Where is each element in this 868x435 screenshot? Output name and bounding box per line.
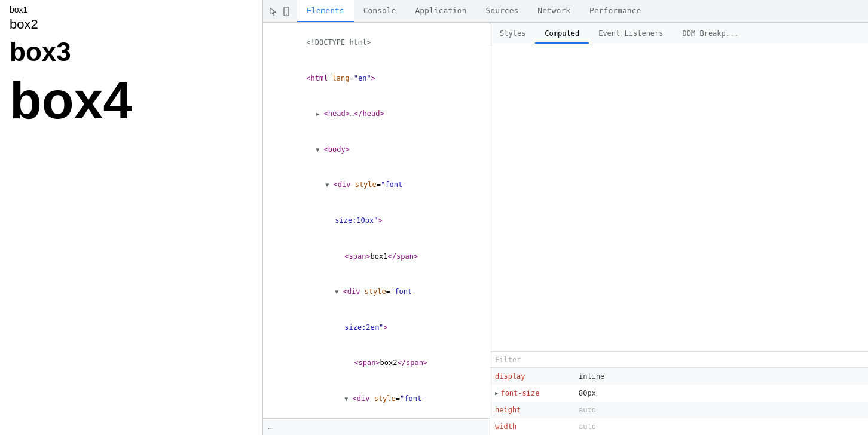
- devtools-panel: Elements Console Application Sources Net…: [263, 0, 868, 435]
- html-line[interactable]: ▼ <body>: [263, 132, 490, 168]
- computed-properties: display inline ▶ font-size 80px height: [490, 368, 868, 435]
- tab-computed[interactable]: Computed: [535, 29, 589, 44]
- mobile-icon[interactable]: [281, 6, 292, 17]
- html-line[interactable]: <!DOCTYPE html>: [263, 25, 490, 61]
- html-line[interactable]: <span>box1</span>: [263, 238, 490, 274]
- html-line[interactable]: ▼ <div style="font-: [263, 274, 490, 310]
- styles-content: Filter display inline ▶ font-size 80: [490, 44, 868, 435]
- tab-console[interactable]: Console: [354, 0, 406, 22]
- elements-panel: <!DOCTYPE html> <html lang="en"> ▶ <head…: [263, 23, 490, 435]
- devtools-icon-group: [263, 0, 297, 22]
- html-line[interactable]: <span>box2</span>: [263, 345, 490, 381]
- prop-name-height: height: [495, 406, 579, 414]
- prop-expand-arrow[interactable]: ▶: [495, 390, 498, 396]
- html-line[interactable]: size:10px">: [263, 203, 490, 239]
- computed-empty-area: [490, 44, 868, 352]
- tab-sources[interactable]: Sources: [476, 0, 528, 22]
- tab-network[interactable]: Network: [528, 0, 580, 22]
- computed-row-font-size: ▶ font-size 80px: [490, 385, 868, 402]
- elements-breadcrumb-bar: …: [263, 418, 490, 435]
- html-line[interactable]: <html lang="en">: [263, 61, 490, 97]
- tab-elements[interactable]: Elements: [297, 0, 354, 22]
- tab-event-listeners[interactable]: Event Listeners: [589, 29, 673, 44]
- box2-label: box2: [10, 17, 253, 32]
- computed-row-display: display inline: [490, 368, 868, 385]
- prop-value-height: auto: [579, 406, 596, 414]
- filter-label: Filter: [495, 356, 521, 364]
- prop-name-width: width: [495, 422, 579, 431]
- prop-name-display: display: [495, 372, 579, 381]
- prop-value-display: inline: [579, 372, 604, 381]
- prop-value-width: auto: [579, 422, 596, 431]
- html-line[interactable]: ▼ <div style="font-: [263, 167, 490, 203]
- breadcrumb-ellipsis: …: [268, 423, 272, 431]
- devtools-body: <!DOCTYPE html> <html lang="en"> ▶ <head…: [263, 23, 868, 435]
- prop-name-font-size: ▶ font-size: [495, 389, 579, 397]
- styles-sub-tabs: Styles Computed Event Listeners DOM Brea…: [490, 23, 868, 44]
- elements-content[interactable]: <!DOCTYPE html> <html lang="en"> ▶ <head…: [263, 23, 490, 418]
- box4-label: box4: [10, 74, 253, 127]
- tab-application[interactable]: Application: [405, 0, 476, 22]
- html-line[interactable]: ▼ <div style="font-: [263, 381, 490, 417]
- styles-panel: Styles Computed Event Listeners DOM Brea…: [490, 23, 868, 435]
- html-line[interactable]: ▶ <head>…</head>: [263, 96, 490, 132]
- html-line[interactable]: size:2em">: [263, 310, 490, 346]
- tab-dom-breakpoints[interactable]: DOM Breakp...: [673, 29, 748, 44]
- filter-row: Filter: [490, 352, 868, 368]
- computed-row-width: width auto: [490, 418, 868, 435]
- box3-label: box3: [10, 37, 253, 67]
- box1-label: box1: [10, 5, 253, 14]
- preview-pane: box1 box2 box3 box4: [0, 0, 263, 435]
- tab-performance[interactable]: Performance: [580, 0, 650, 22]
- computed-row-height: height auto: [490, 402, 868, 418]
- devtools-tab-bar: Elements Console Application Sources Net…: [263, 0, 868, 23]
- cursor-icon[interactable]: [268, 6, 279, 17]
- prop-value-font-size: 80px: [579, 389, 596, 397]
- tab-styles[interactable]: Styles: [490, 29, 535, 44]
